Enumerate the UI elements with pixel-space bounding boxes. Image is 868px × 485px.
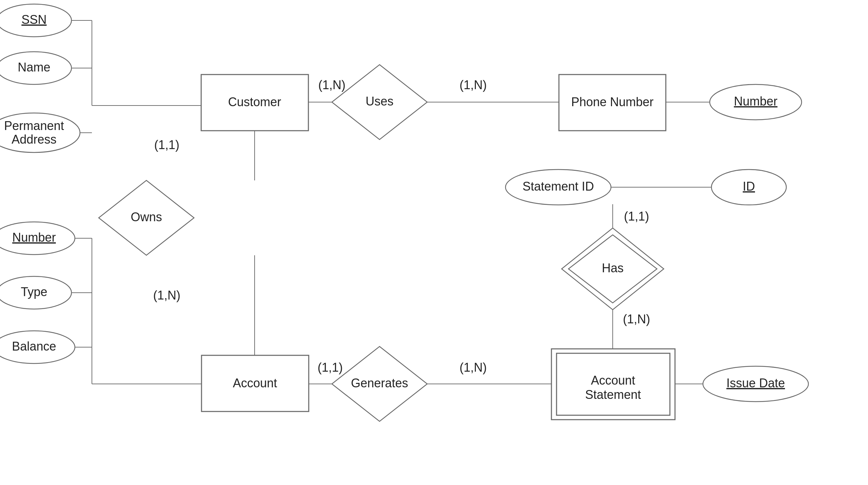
card-customer-uses: (1,N) [318,78,345,92]
card-stmtid-has: (1,1) [624,209,649,223]
customer-label: Customer [228,95,281,109]
owns-label: Owns [131,210,162,224]
name-label: Name [18,60,50,74]
account-number-label: Number [12,230,56,244]
account-label: Account [233,376,277,390]
card-uses-phone: (1,N) [460,78,487,92]
card-owns-account: (1,N) [153,288,180,302]
phone-number-attr-label: Number [734,94,777,108]
account-statement-label: Account [591,373,635,387]
id-label: ID [743,179,755,193]
card-customer-owns: (1,1) [154,138,179,152]
type-label: Type [21,285,47,299]
issue-date-label: Issue Date [726,376,785,390]
perm-addr-label2: Address [12,132,57,146]
phone-number-label: Phone Number [571,95,654,109]
account-statement-label2: Statement [585,388,641,402]
card-generates-stmt: (1,N) [460,360,487,374]
generates-label: Generates [351,376,408,390]
has-label: Has [602,261,624,275]
ssn-label: SSN [21,13,47,27]
perm-addr-label1: Permanent [4,119,64,133]
card-account-generates: (1,1) [318,360,343,374]
card-has-stmt: (1,N) [623,312,650,326]
balance-label: Balance [12,339,56,353]
uses-label: Uses [366,94,393,108]
statement-id-label: Statement ID [523,179,594,193]
